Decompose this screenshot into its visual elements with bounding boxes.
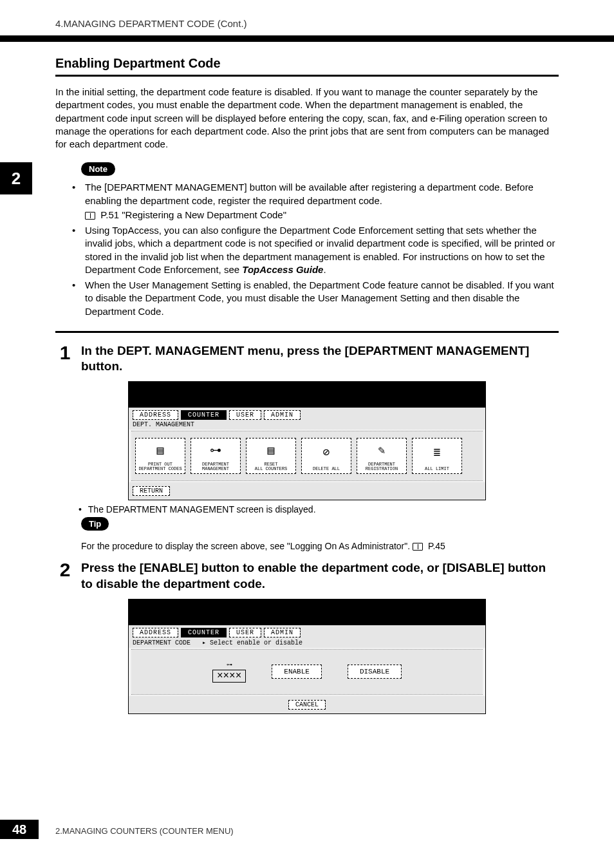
xref: P.51 "Registering a New Department Code": [85, 209, 559, 222]
tab-row: ADDRESS COUNTER USER ADMIN: [129, 408, 485, 420]
note-text: .: [323, 264, 326, 275]
list-icon: ▤: [157, 440, 164, 462]
page-number: 48: [0, 820, 39, 839]
tab-counter[interactable]: COUNTER: [181, 410, 227, 420]
intro-paragraph: In the initial setting, the department c…: [55, 86, 559, 151]
subtitle-hint: Select enable or disable: [202, 639, 302, 646]
step-instruction: In the DEPT. MANAGEMENT menu, press the …: [81, 343, 559, 375]
tab-address[interactable]: ADDRESS: [133, 410, 178, 420]
delete-all-button[interactable]: ⊘DELETE ALL: [301, 438, 351, 474]
tab-admin[interactable]: ADMIN: [264, 628, 301, 637]
department-management-button[interactable]: ⊶DEPARTMENTMANAGEMENT: [191, 438, 241, 474]
chapter-tab: 2: [0, 162, 32, 194]
screenshot-header: [129, 382, 485, 408]
button-grid: ▤PRINT OUTDEPARTMENT CODES ⊶DEPARTMENTMA…: [131, 431, 483, 481]
screen-subtitle: DEPARTMENT CODE Select enable or disable: [129, 637, 485, 648]
guide-ref: TopAccess Guide: [242, 264, 323, 275]
print-out-codes-button[interactable]: ▤PRINT OUTDEPARTMENT CODES: [135, 438, 185, 474]
xref-text: P.45: [428, 541, 445, 551]
key-icon: ⊶: [227, 661, 232, 668]
return-button[interactable]: RETURN: [133, 486, 170, 496]
xref-text: P.51 "Registering a New Department Code": [100, 209, 286, 220]
form-icon: ✎: [378, 440, 386, 462]
bottom-button-row: CANCEL: [129, 696, 485, 713]
tab-user[interactable]: USER: [229, 410, 261, 420]
step: 1 In the DEPT. MANAGEMENT menu, press th…: [55, 343, 559, 375]
stack-icon: ▤: [268, 440, 275, 462]
footer-text: 2.MANAGING COUNTERS (COUNTER MENU): [55, 826, 234, 836]
bottom-button-row: RETURN: [129, 482, 485, 500]
tip-text: For the procedure to display the screen …: [55, 541, 559, 551]
key-icon: ⊶: [210, 440, 221, 462]
step: 2 Press the [ENABLE] button to enable th…: [55, 560, 559, 592]
all-limit-button[interactable]: ≣ALL LIMIT: [412, 438, 462, 474]
step-instruction: Press the [ENABLE] button to enable the …: [81, 560, 559, 592]
title-rule: [55, 75, 559, 77]
note-item: When the User Management Setting is enab…: [66, 279, 559, 318]
step-number: 2: [55, 560, 75, 580]
note-item: The [DEPARTMENT MANAGEMENT] button will …: [66, 181, 559, 222]
book-icon: [85, 212, 95, 220]
tab-user[interactable]: USER: [229, 628, 261, 637]
tab-admin[interactable]: ADMIN: [264, 410, 301, 420]
book-icon: [413, 543, 423, 551]
note-badge: Note: [81, 162, 115, 176]
breadcrumb: 4.MANAGING DEPARTMENT CODE (Cont.): [0, 0, 614, 29]
ui-screenshot-2: ADDRESS COUNTER USER ADMIN DEPARTMENT CO…: [128, 599, 486, 714]
tab-row: ADDRESS COUNTER USER ADMIN: [129, 625, 485, 637]
limit-icon: ≣: [434, 440, 441, 467]
reset-all-counters-button[interactable]: ▤RESETALL COUNTERS: [246, 438, 296, 474]
tip-badge: Tip: [81, 517, 109, 531]
ui-screenshot-1: ADDRESS COUNTER USER ADMIN DEPT. MANAGEM…: [128, 381, 486, 500]
code-placeholder: ××××: [212, 670, 246, 683]
note-list: The [DEPARTMENT MANAGEMENT] button will …: [55, 181, 559, 318]
trash-icon: ⊘: [323, 440, 330, 467]
section-title: Enabling Department Code: [55, 56, 559, 71]
tab-address[interactable]: ADDRESS: [133, 628, 178, 637]
note-text: The [DEPARTMENT MANAGEMENT] button will …: [85, 182, 534, 205]
disable-button[interactable]: DISABLE: [348, 665, 402, 679]
screen-subtitle: DEPT. MANAGEMENT: [129, 420, 485, 429]
enable-button[interactable]: ENABLE: [272, 665, 322, 679]
step-number: 1: [55, 343, 75, 363]
screenshot-header: [129, 599, 485, 625]
tab-counter[interactable]: COUNTER: [181, 628, 227, 637]
step-result: The DEPARTMENT MANAGEMENT screen is disp…: [55, 504, 559, 514]
note-item: Using TopAccess, you can also configure …: [66, 224, 559, 276]
code-icon-block: ⊶ ××××: [212, 661, 246, 683]
section-rule: [55, 331, 559, 333]
enable-disable-row: ⊶ ×××× ENABLE DISABLE: [131, 649, 483, 695]
department-registration-button[interactable]: ✎DEPARTMENTREGISTRATION: [357, 438, 407, 474]
header-bar: [0, 35, 614, 42]
cancel-button[interactable]: CANCEL: [288, 700, 326, 710]
